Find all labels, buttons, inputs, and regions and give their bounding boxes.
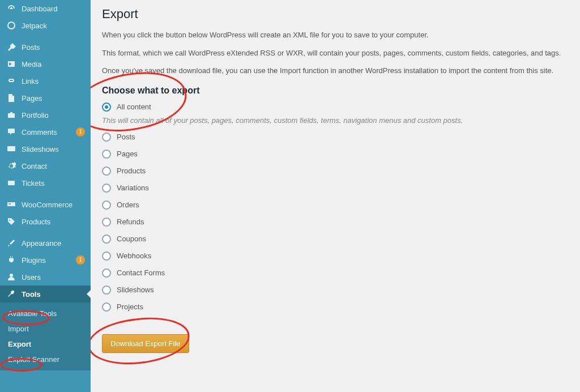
radio-icon bbox=[102, 286, 111, 295]
main-content: Export When you click the button below W… bbox=[91, 0, 580, 392]
radio-icon bbox=[102, 167, 111, 176]
wrench-icon bbox=[6, 289, 17, 299]
sidebar-item-tickets[interactable]: Tickets bbox=[0, 174, 91, 191]
sidebar-item-links[interactable]: Links bbox=[0, 73, 91, 90]
radio-icon bbox=[102, 252, 111, 261]
brush-icon bbox=[6, 238, 17, 248]
sidebar-item-plugins[interactable]: Plugins1 bbox=[0, 252, 91, 269]
intro-paragraph-2: This format, which we call WordPress eXt… bbox=[102, 48, 569, 59]
export-option-pages[interactable]: Pages bbox=[102, 150, 569, 159]
link-icon bbox=[6, 76, 17, 86]
intro-paragraph-1: When you click the button below WordPres… bbox=[102, 29, 569, 41]
export-option-orders[interactable]: Orders bbox=[102, 201, 569, 210]
radio-label: Projects bbox=[117, 302, 143, 311]
radio-label: Orders bbox=[117, 201, 139, 209]
export-option-all-content[interactable]: All content bbox=[102, 103, 569, 112]
radio-label: Webhooks bbox=[117, 252, 151, 260]
comment-icon bbox=[6, 127, 17, 137]
sidebar-item-contact[interactable]: Contact bbox=[0, 157, 91, 174]
radio-label: Products bbox=[117, 167, 146, 175]
sidebar-item-pages[interactable]: Pages bbox=[0, 90, 91, 106]
export-option-coupons[interactable]: Coupons bbox=[102, 235, 569, 244]
export-option-projects[interactable]: Projects bbox=[102, 302, 569, 312]
circle-icon bbox=[6, 21, 17, 30]
radio-icon bbox=[102, 103, 111, 112]
radio-label: Refunds bbox=[117, 218, 144, 226]
page-title: Export bbox=[102, 7, 569, 22]
sidebar-item-posts[interactable]: Posts bbox=[0, 39, 91, 56]
export-option-slideshows[interactable]: Slideshows bbox=[102, 286, 569, 295]
sidebar-item-label: Contact bbox=[22, 162, 85, 171]
submenu-item-export[interactable]: Export bbox=[0, 336, 91, 352]
media-icon bbox=[6, 59, 17, 69]
badge: 1 bbox=[76, 255, 85, 265]
submenu-item-exploit-scanner[interactable]: Exploit Scanner bbox=[0, 352, 91, 367]
radio-label: Pages bbox=[117, 150, 138, 158]
radio-icon bbox=[102, 133, 111, 142]
radio-icon bbox=[102, 269, 111, 278]
woo-icon bbox=[6, 200, 17, 209]
radio-label: Contact Forms bbox=[117, 269, 165, 277]
radio-label: Slideshows bbox=[117, 286, 154, 294]
radio-label: Variations bbox=[117, 184, 149, 192]
sidebar-item-comments[interactable]: Comments1 bbox=[0, 123, 91, 140]
sidebar-item-appearance[interactable]: Appearance bbox=[0, 235, 91, 252]
sidebar-item-tools[interactable]: Tools bbox=[0, 286, 91, 302]
sidebar-item-label: Tools bbox=[22, 290, 85, 299]
export-option-refunds[interactable]: Refunds bbox=[102, 218, 569, 227]
radio-icon bbox=[102, 150, 111, 159]
slides-icon bbox=[6, 144, 17, 154]
radio-label: Posts bbox=[117, 133, 135, 141]
radio-label: All content bbox=[117, 103, 151, 111]
sidebar-item-media[interactable]: Media bbox=[0, 56, 91, 73]
sidebar-item-label: Portfolio bbox=[22, 111, 85, 120]
pin-icon bbox=[6, 42, 17, 52]
option-hint: This will contain all of your posts, pag… bbox=[102, 116, 569, 125]
sidebar-item-portfolio[interactable]: Portfolio bbox=[0, 106, 91, 123]
download-export-button[interactable]: Download Export File bbox=[102, 334, 189, 353]
sidebar-item-dashboard[interactable]: Dashboard bbox=[0, 0, 91, 17]
user-icon bbox=[6, 272, 17, 282]
sidebar-item-label: WooCommerce bbox=[22, 201, 85, 209]
export-option-posts[interactable]: Posts bbox=[102, 133, 569, 142]
sidebar-item-woocommerce[interactable]: WooCommerce bbox=[0, 196, 91, 213]
sidebar-item-label: Plugins bbox=[22, 256, 74, 265]
sidebar-item-label: Jetpack bbox=[22, 22, 85, 30]
gauge-icon bbox=[6, 4, 17, 13]
radio-icon bbox=[102, 184, 111, 193]
radio-icon bbox=[102, 218, 111, 227]
radio-icon bbox=[102, 235, 111, 244]
gear-icon bbox=[6, 161, 17, 171]
export-option-variations[interactable]: Variations bbox=[102, 184, 569, 193]
tag-icon bbox=[6, 217, 17, 226]
export-option-contact-forms[interactable]: Contact Forms bbox=[102, 269, 569, 278]
intro-paragraph-3: Once you've saved the download file, you… bbox=[102, 65, 569, 76]
section-title: Choose what to export bbox=[102, 86, 569, 96]
sidebar-item-label: Comments bbox=[22, 128, 74, 137]
sidebar-item-label: Posts bbox=[22, 43, 85, 52]
sidebar-item-users[interactable]: Users bbox=[0, 269, 91, 286]
export-options: All contentThis will contain all of your… bbox=[102, 103, 569, 312]
sidebar-item-label: Slideshows bbox=[22, 145, 85, 154]
plug-icon bbox=[6, 255, 17, 265]
sidebar-item-slideshows[interactable]: Slideshows bbox=[0, 140, 91, 157]
badge: 1 bbox=[76, 127, 85, 137]
page-icon bbox=[6, 93, 17, 103]
sidebar-item-label: Media bbox=[22, 60, 85, 69]
sidebar-item-label: Appearance bbox=[22, 239, 85, 248]
sidebar-item-label: Products bbox=[22, 218, 85, 226]
sidebar-item-jetpack[interactable]: Jetpack bbox=[0, 17, 91, 34]
export-option-webhooks[interactable]: Webhooks bbox=[102, 252, 569, 261]
sidebar-item-products[interactable]: Products bbox=[0, 213, 91, 230]
briefcase-icon bbox=[6, 110, 17, 120]
tools-submenu: Available ToolsImportExportExploit Scann… bbox=[0, 302, 91, 370]
sidebar-item-label: Pages bbox=[22, 94, 85, 103]
ticket-icon bbox=[6, 178, 17, 188]
sidebar-item-label: Users bbox=[22, 273, 85, 282]
radio-icon bbox=[102, 302, 111, 312]
sidebar-item-label: Tickets bbox=[22, 179, 85, 188]
submenu-item-import[interactable]: Import bbox=[0, 321, 91, 336]
radio-icon bbox=[102, 201, 111, 210]
export-option-products[interactable]: Products bbox=[102, 167, 569, 176]
submenu-item-available-tools[interactable]: Available Tools bbox=[0, 306, 91, 321]
